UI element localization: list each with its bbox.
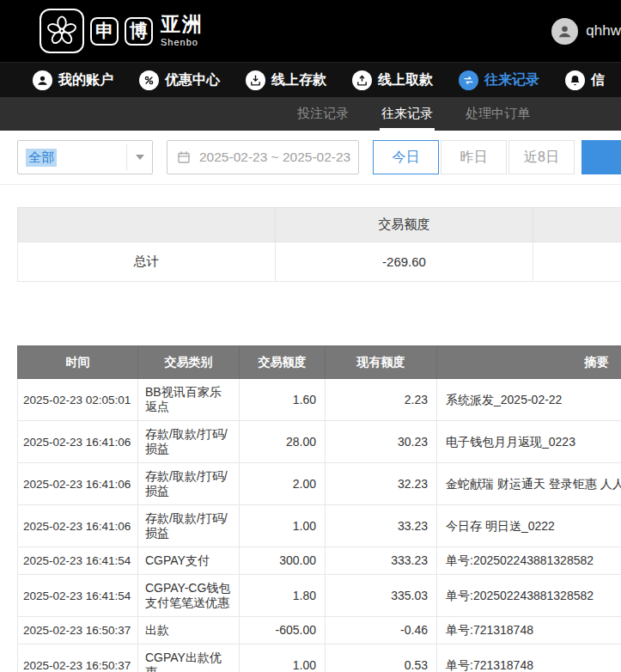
tab-betting-records[interactable]: 投注记录: [295, 97, 350, 131]
nav-item-online-deposit[interactable]: 线上存款: [246, 70, 326, 90]
nav-label: 线上存款: [271, 71, 326, 89]
cell-summary: 单号:721318748: [437, 617, 621, 645]
col-header-balance: 现有额度: [326, 346, 437, 379]
cell-time: 2025-02-23 16:41:06: [18, 463, 138, 505]
col-header-amount: 交易额度: [240, 346, 326, 379]
cell-type: 存款/取款/打码/损益: [138, 463, 240, 505]
main-nav: 我的账户 优惠中心 线上存款 线上取款 往来记录 信: [0, 62, 621, 97]
cell-amount: 2.00: [240, 463, 326, 505]
cell-balance: 30.23: [326, 421, 437, 463]
cell-amount: 1.00: [240, 645, 326, 672]
tab-transaction-records[interactable]: 往来记录: [380, 97, 435, 131]
cell-balance: 333.23: [326, 547, 437, 575]
col-header-type: 交易类别: [138, 346, 240, 379]
table-row: 2025-02-23 16:50:37 出款 -605.00 -0.46 单号:…: [18, 617, 621, 645]
cell-balance: 33.23: [326, 505, 437, 547]
table-row: 2025-02-23 16:50:37 CGPAY出款优惠 1.00 0.53 …: [18, 645, 621, 672]
cell-summary: 系统派发_2025-02-22: [437, 379, 621, 421]
table-row: 2025-02-23 16:41:06 存款/取款/打码/损益 28.00 30…: [18, 421, 621, 463]
cell-amount: 1.60: [240, 379, 326, 421]
last-8-days-button[interactable]: 近8日: [508, 140, 575, 174]
logo-brand-text: Shenbo: [161, 38, 204, 47]
records-section: 时间 交易类别 交易额度 现有额度 摘要 2025-02-23 02:05:01…: [17, 345, 621, 672]
cell-amount: 300.00: [240, 547, 326, 575]
filter-bar: 全部 2025-02-23 ~ 2025-02-23 今日 昨日 近8日: [0, 131, 621, 185]
col-header-time: 时间: [18, 346, 138, 379]
cell-time: 2025-02-23 16:41:06: [18, 505, 138, 547]
cell-type: CGPAY支付: [138, 547, 240, 575]
cell-time: 2025-02-23 16:50:37: [18, 617, 138, 645]
table-row: 2025-02-23 16:41:06 存款/取款/打码/损益 1.00 33.…: [18, 505, 621, 547]
logo-char-shen: 申: [90, 17, 119, 46]
nav-item-my-account[interactable]: 我的账户: [33, 70, 113, 90]
cell-balance: -0.46: [326, 617, 437, 645]
nav-label: 往来记录: [484, 71, 539, 89]
summary-header-blank: [18, 208, 276, 242]
tab-processing-orders[interactable]: 处理中订单: [464, 97, 532, 131]
cell-amount: 1.00: [240, 505, 326, 547]
col-header-summary: 摘要: [437, 346, 621, 379]
logo-region-text: 亚洲: [161, 15, 204, 34]
yesterday-button[interactable]: 昨日: [441, 140, 507, 174]
username-text[interactable]: qhhw: [586, 22, 621, 40]
top-bar: 申 博 亚洲 Shenbo qhhw: [0, 0, 621, 62]
cell-type: CGPAY出款优惠: [138, 645, 240, 672]
cell-summary: 单号:721318748: [437, 645, 621, 672]
cell-type: 存款/取款/打码/损益: [138, 505, 240, 547]
nav-label: 信: [591, 71, 605, 89]
cell-balance: 2.23: [326, 379, 437, 421]
cell-type: CGPAY-CG钱包支付笔笔送优惠: [138, 575, 240, 617]
deposit-icon: [246, 70, 265, 90]
cell-summary: 单号:202502243881328582: [437, 547, 621, 575]
records-header-row: 时间 交易类别 交易额度 现有额度 摘要: [18, 346, 621, 379]
nav-item-messages[interactable]: 信: [565, 70, 605, 90]
date-range-picker[interactable]: 2025-02-23 ~ 2025-02-23: [167, 140, 359, 174]
cell-amount: 28.00: [240, 421, 326, 463]
nav-item-transaction-records[interactable]: 往来记录: [459, 70, 539, 90]
cell-amount: -605.00: [240, 617, 326, 645]
summary-table: 交易额度 总计 -269.60: [17, 207, 621, 282]
table-row: 2025-02-23 16:41:54 CGPAY-CG钱包支付笔笔送优惠 1.…: [18, 575, 621, 617]
promo-percent-icon: [139, 70, 159, 90]
cell-time: 2025-02-23 16:50:37: [18, 645, 138, 672]
brand-logo[interactable]: 申 博 亚洲 Shenbo: [40, 9, 204, 53]
summary-total-label: 总计: [18, 242, 276, 282]
records-exchange-icon: [459, 70, 478, 90]
cell-type: 存款/取款/打码/损益: [138, 421, 240, 463]
user-avatar[interactable]: [551, 18, 578, 45]
user-icon: [33, 70, 52, 90]
cell-summary: 电子钱包月月返现_0223: [437, 421, 621, 463]
cell-summary: 今日存 明日送_0222: [437, 505, 621, 547]
select-arrow-zone[interactable]: [126, 144, 152, 170]
cell-time: 2025-02-23 02:05:01: [18, 379, 138, 421]
table-row: 2025-02-23 16:41:06 存款/取款/打码/损益 2.00 32.…: [18, 463, 621, 505]
table-row: 2025-02-23 02:05:01 BB视讯百家乐返点 1.60 2.23 …: [18, 379, 621, 421]
category-select[interactable]: 全部: [17, 140, 153, 174]
records-table: 时间 交易类别 交易额度 现有额度 摘要 2025-02-23 02:05:01…: [17, 345, 621, 672]
user-area: qhhw: [551, 18, 621, 45]
nav-item-online-withdrawal[interactable]: 线上取款: [352, 70, 433, 90]
filter-submit-button[interactable]: [581, 140, 621, 174]
summary-total-value: -269.60: [276, 242, 533, 282]
summary-header-row: 交易额度: [18, 208, 621, 242]
cell-amount: 1.80: [240, 575, 326, 617]
cell-time: 2025-02-23 16:41:54: [18, 547, 138, 575]
nav-item-promotions[interactable]: 优惠中心: [139, 70, 220, 90]
cell-type: BB视讯百家乐返点: [138, 379, 240, 421]
nav-label: 我的账户: [58, 71, 113, 89]
category-select-value: 全部: [26, 149, 57, 167]
summary-blank-cell: [533, 242, 621, 282]
nav-label: 线上取款: [378, 71, 433, 89]
cell-balance: 335.03: [326, 575, 437, 617]
table-row: 2025-02-23 16:41:54 CGPAY支付 300.00 333.2…: [18, 547, 621, 575]
summary-section: 交易额度 总计 -269.60: [17, 207, 621, 282]
cell-summary: 金蛇献瑞 财运通天 登录钜惠 人人跟: [437, 463, 621, 505]
cell-summary: 单号:202502243881328582: [437, 575, 621, 617]
flower-icon: [46, 15, 78, 47]
nav-label: 优惠中心: [165, 71, 220, 89]
summary-header-amount: 交易额度: [276, 208, 533, 242]
cell-time: 2025-02-23 16:41:06: [18, 421, 138, 463]
summary-total-row: 总计 -269.60: [18, 242, 621, 282]
today-button[interactable]: 今日: [373, 140, 439, 174]
records-table-body: 2025-02-23 02:05:01 BB视讯百家乐返点 1.60 2.23 …: [18, 379, 621, 672]
